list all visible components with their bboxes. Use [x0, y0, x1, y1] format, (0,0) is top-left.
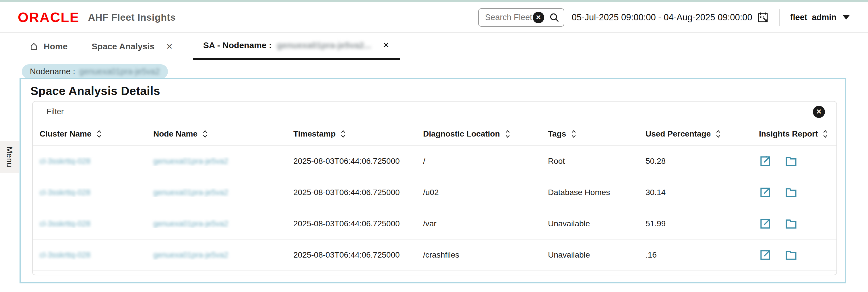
column-header-cluster-name[interactable]: Cluster Name — [33, 129, 146, 138]
table-row: cl-3sskrttq-028 genuexa01pra-je5va2 2025… — [33, 208, 836, 239]
search-input[interactable] — [485, 12, 533, 22]
tags-cell: Root — [541, 157, 639, 166]
insights-report-cell — [752, 249, 836, 261]
diagnostic-location-cell: /crashfiles — [416, 251, 541, 260]
sort-icon[interactable] — [202, 130, 208, 138]
open-insights-report-icon[interactable] — [759, 155, 772, 167]
table-row: cl-3sskrttq-028 genuexa01pra-je5va2 2025… — [33, 177, 836, 208]
top-accent-strip — [0, 0, 868, 2]
close-icon[interactable]: ✕ — [383, 40, 389, 50]
date-range-text: 05-Jul-2025 09:00:00 - 04-Aug-2025 09:00… — [572, 12, 752, 23]
tab-redacted-nodename: genuexa01pra-je5va2... — [277, 40, 371, 50]
sort-icon[interactable] — [823, 130, 828, 138]
user-menu[interactable]: fleet_admin — [790, 12, 849, 22]
column-header-node-name[interactable]: Node Name — [146, 129, 286, 138]
timestamp-cell: 2025-08-03T06:44:06.725000 — [286, 219, 416, 228]
nodename-badge-label: Nodename : — [30, 67, 75, 76]
tab-bar: Home Space Analysis ✕ SA - Nodename : ge… — [0, 33, 868, 60]
column-header-used-percentage[interactable]: Used Percentage — [639, 129, 752, 138]
sort-icon[interactable] — [570, 130, 577, 138]
column-header-insights-report[interactable]: Insights Report — [752, 129, 836, 138]
nodename-badge: Nodename : genuexa01pra-je5va2 — [22, 64, 168, 79]
folder-icon[interactable] — [785, 186, 797, 199]
column-header-timestamp[interactable]: Timestamp — [286, 129, 416, 138]
menu-side-tab[interactable]: Menu — [0, 141, 19, 173]
tab-space-analysis[interactable]: Space Analysis ✕ — [88, 33, 177, 60]
tab-sa-nodename[interactable]: SA - Nodename : genuexa01pra-je5va2... ✕ — [193, 33, 400, 60]
insights-report-cell — [752, 186, 836, 199]
fleet-search-box[interactable]: ✕ — [478, 8, 564, 27]
tags-cell: Unavailable — [541, 251, 639, 260]
close-icon[interactable]: ✕ — [166, 42, 173, 51]
cluster-name-link[interactable]: cl-3sskrttq-028 — [40, 188, 90, 197]
cluster-name-cell[interactable]: cl-3sskrttq-028 — [33, 219, 146, 228]
username-label: fleet_admin — [790, 12, 836, 22]
folder-icon[interactable] — [785, 218, 797, 230]
header-divider — [779, 9, 780, 26]
menu-side-tab-label: Menu — [5, 147, 14, 167]
page-title: Space Analysis Details — [30, 84, 845, 98]
node-name-cell[interactable]: genuexa01pra-je5va2 — [146, 188, 286, 197]
column-header-tags[interactable]: Tags — [541, 129, 639, 138]
space-analysis-panel: Space Analysis Details Filter ✕ Cluster … — [20, 78, 846, 283]
search-icon[interactable] — [549, 12, 560, 23]
cluster-name-link[interactable]: cl-3sskrttq-028 — [40, 251, 90, 259]
folder-icon[interactable] — [785, 155, 797, 167]
filter-clear-icon[interactable]: ✕ — [813, 106, 825, 118]
date-range-picker[interactable]: 05-Jul-2025 09:00:00 - 04-Aug-2025 09:00… — [572, 11, 769, 24]
tab-home[interactable]: Home — [25, 33, 71, 60]
node-name-cell[interactable]: genuexa01pra-je5va2 — [146, 251, 286, 260]
oracle-logo: ORACLE — [18, 9, 80, 25]
filter-label: Filter — [46, 107, 64, 116]
node-name-link[interactable]: genuexa01pra-je5va2 — [153, 220, 228, 228]
insights-report-cell — [752, 218, 836, 230]
column-label: Node Name — [153, 129, 197, 138]
cluster-name-link[interactable]: cl-3sskrttq-028 — [40, 220, 90, 228]
column-label: Used Percentage — [646, 129, 711, 138]
context-badge-row: Nodename : genuexa01pra-je5va2 — [0, 60, 868, 79]
nodename-badge-value: genuexa01pra-je5va2 — [79, 67, 160, 76]
table-row: cl-3sskrttq-028 genuexa01pra-je5va2 2025… — [33, 239, 836, 271]
folder-icon[interactable] — [785, 249, 797, 261]
insights-report-cell — [752, 155, 836, 167]
timestamp-cell: 2025-08-03T06:44:06.725000 — [286, 188, 416, 197]
node-name-link[interactable]: genuexa01pra-je5va2 — [153, 157, 228, 165]
table-header-row: Cluster Name Node Name Timestamp Diagnos… — [33, 122, 836, 146]
sort-icon[interactable] — [340, 130, 346, 138]
tab-label: Space Analysis — [92, 41, 154, 51]
open-insights-report-icon[interactable] — [759, 186, 772, 199]
node-name-link[interactable]: genuexa01pra-je5va2 — [153, 188, 228, 197]
app-title: AHF Fleet Insights — [88, 12, 176, 23]
node-name-link[interactable]: genuexa01pra-je5va2 — [153, 251, 228, 259]
open-insights-report-icon[interactable] — [759, 249, 772, 261]
node-name-cell[interactable]: genuexa01pra-je5va2 — [146, 219, 286, 228]
node-name-cell[interactable]: genuexa01pra-je5va2 — [146, 157, 286, 166]
column-label: Diagnostic Location — [423, 129, 500, 138]
cluster-name-link[interactable]: cl-3sskrttq-028 — [40, 157, 90, 165]
used-percentage-cell: 51.99 — [639, 219, 752, 228]
home-icon — [29, 42, 38, 51]
filter-row: Filter ✕ — [33, 101, 836, 122]
used-percentage-cell: 30.14 — [639, 188, 752, 197]
calendar-icon[interactable] — [757, 11, 769, 24]
sort-icon[interactable] — [715, 130, 721, 138]
cluster-name-cell[interactable]: cl-3sskrttq-028 — [33, 188, 146, 197]
tags-cell: Database Homes — [541, 188, 639, 197]
search-clear-icon[interactable]: ✕ — [533, 12, 544, 23]
sort-icon[interactable] — [505, 130, 510, 138]
diagnostic-location-cell: / — [416, 157, 541, 166]
diagnostic-location-cell: /u02 — [416, 188, 541, 197]
app-header: ORACLE AHF Fleet Insights ✕ 05-Jul-2025 … — [0, 2, 868, 33]
used-percentage-cell: .16 — [639, 251, 752, 260]
timestamp-cell: 2025-08-03T06:44:06.725000 — [286, 251, 416, 260]
chevron-down-icon — [843, 15, 849, 20]
cluster-name-cell[interactable]: cl-3sskrttq-028 — [33, 251, 146, 260]
open-insights-report-icon[interactable] — [759, 218, 772, 230]
results-card: Filter ✕ Cluster Name Node Name Timestam… — [32, 101, 837, 275]
column-label: Tags — [548, 129, 566, 138]
timestamp-cell: 2025-08-03T06:44:06.725000 — [286, 157, 416, 166]
table-row: cl-3sskrttq-028 genuexa01pra-je5va2 2025… — [33, 146, 836, 177]
sort-icon[interactable] — [96, 130, 102, 138]
cluster-name-cell[interactable]: cl-3sskrttq-028 — [33, 157, 146, 166]
column-header-diagnostic-location[interactable]: Diagnostic Location — [416, 129, 541, 138]
